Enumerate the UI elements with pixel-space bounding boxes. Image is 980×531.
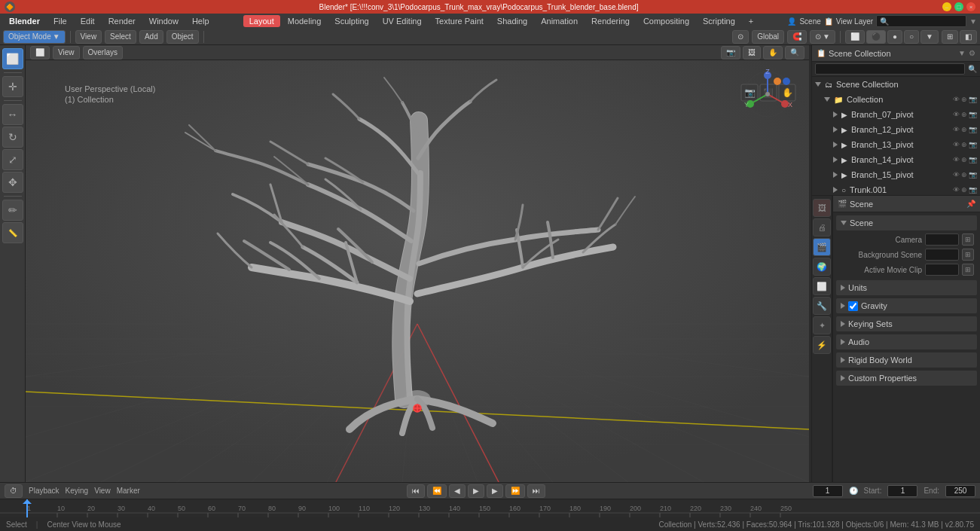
end-frame-input[interactable] xyxy=(945,485,975,497)
start-frame-input[interactable] xyxy=(887,485,917,497)
vis-cursor[interactable]: ⊕ xyxy=(961,171,967,179)
object-menu[interactable]: Object xyxy=(166,30,199,44)
outliner-branch12[interactable]: ▶ Branch_12_pivot 👁 ⊕ 📷 xyxy=(812,122,980,137)
jump-start-btn[interactable]: ⏮ xyxy=(407,484,425,498)
scene-props-icon[interactable]: 🎬 xyxy=(813,238,831,256)
scale-tool[interactable]: ⤢ xyxy=(2,149,23,170)
move-tool[interactable]: ↔ xyxy=(2,104,23,125)
transform-orientation[interactable]: Global xyxy=(752,30,784,44)
transform-tool[interactable]: ✥ xyxy=(2,172,23,193)
viewport-3d[interactable]: ⬜ View Overlays 📷 🖼 ✋ 🔍 xyxy=(26,45,809,482)
vis-render[interactable]: 📷 xyxy=(969,186,977,194)
maximize-button[interactable]: □ xyxy=(954,2,963,11)
outliner-search-input[interactable] xyxy=(815,63,965,75)
object-props-icon[interactable]: ⬜ xyxy=(813,277,831,295)
search-clear-icon[interactable]: 🔍 xyxy=(968,65,977,73)
search-box[interactable]: 🔍 xyxy=(876,15,966,27)
current-frame-input[interactable] xyxy=(813,485,843,497)
keying-menu[interactable]: Keying xyxy=(66,487,89,495)
add-menu[interactable]: Add xyxy=(139,30,163,44)
tab-rendering[interactable]: Rendering xyxy=(585,15,636,27)
camera-view-btn[interactable]: 📷 xyxy=(721,46,740,60)
timeline-mode-icon[interactable]: ⏱ xyxy=(5,484,23,498)
object-mode-dropdown[interactable]: Object Mode ▼ xyxy=(3,30,66,44)
play-btn[interactable]: ▶ xyxy=(468,484,484,498)
minimize-button[interactable]: – xyxy=(942,2,951,11)
overlay-toggle[interactable]: ⊞ xyxy=(942,30,958,44)
proportional-edit[interactable]: ⊙ ▼ xyxy=(810,30,835,44)
vis-eye[interactable]: 👁 xyxy=(953,141,960,148)
measure-tool[interactable]: 📏 xyxy=(2,222,23,243)
vis-eye[interactable]: 👁 xyxy=(953,171,960,179)
camera-link-btn[interactable]: ⊞ xyxy=(962,233,974,246)
tab-shading[interactable]: Shading xyxy=(491,15,533,27)
playback-menu[interactable]: Playback xyxy=(29,487,60,495)
outliner-options-icon[interactable]: ⚙ xyxy=(969,49,975,57)
outliner-branch07[interactable]: ▶ Branch_07_pivot 👁 ⊕ 📷 xyxy=(812,107,980,122)
vis-render[interactable]: 📷 xyxy=(969,156,977,163)
filter-icon[interactable]: ▼ xyxy=(969,17,977,26)
tab-uv-editing[interactable]: UV Editing xyxy=(377,15,428,27)
vis-eye[interactable]: 👁 xyxy=(953,156,960,163)
vis-cursor[interactable]: ⊕ xyxy=(961,156,967,163)
camera-value[interactable] xyxy=(925,233,959,246)
props-pin-icon[interactable]: 📌 xyxy=(966,200,975,208)
keying-header[interactable]: Keying Sets xyxy=(836,316,977,331)
menu-render[interactable]: Render xyxy=(102,15,142,27)
viewport-overlays-btn[interactable]: Overlays xyxy=(83,46,123,60)
menu-file[interactable]: File xyxy=(47,15,73,27)
outliner-branch15[interactable]: ▶ Branch_15_pivot 👁 ⊕ 📷 xyxy=(812,167,980,182)
gravity-header[interactable]: Gravity xyxy=(836,298,977,313)
select-menu[interactable]: Select xyxy=(105,30,136,44)
prev-keyframe-btn[interactable]: ◀ xyxy=(449,484,466,498)
bg-scene-link-btn[interactable]: ⊞ xyxy=(962,249,974,261)
scene-header[interactable]: Scene xyxy=(836,215,977,230)
transform-pivot[interactable]: ⊙ xyxy=(732,30,749,44)
vis-eye[interactable]: 👁 xyxy=(953,126,960,133)
menu-blender[interactable]: Blender xyxy=(3,15,46,27)
xray-toggle[interactable]: ◧ xyxy=(960,30,977,44)
gravity-checkbox[interactable] xyxy=(848,301,858,311)
next-keyframe-btn[interactable]: ▶ xyxy=(487,484,503,498)
outliner-branch13[interactable]: ▶ Branch_13_pivot 👁 ⊕ 📷 xyxy=(812,137,980,152)
viewport-mode-dropdown[interactable]: ⬜ xyxy=(30,46,50,60)
orientation-gizmo[interactable]: Z X Y xyxy=(741,68,794,121)
tab-scripting[interactable]: Scripting xyxy=(697,15,741,27)
rendered-preview[interactable]: ○ xyxy=(904,30,919,44)
render-view-btn[interactable]: 🖼 xyxy=(743,46,761,60)
vis-cursor[interactable]: ⊕ xyxy=(961,126,967,133)
tab-compositing[interactable]: Compositing xyxy=(637,15,695,27)
prev-frame-btn[interactable]: ⏪ xyxy=(427,484,447,498)
solid-toggle[interactable]: ⚫ xyxy=(866,30,886,44)
vis-render[interactable]: 📷 xyxy=(969,141,977,148)
audio-header[interactable]: Audio xyxy=(836,334,977,349)
select-box-tool[interactable]: ⬜ xyxy=(2,48,23,69)
outliner-collection[interactable]: 📁 Collection 👁 ⊕ 📷 xyxy=(812,92,980,107)
render-props-icon[interactable]: 🖼 xyxy=(813,199,831,217)
outliner-branch14[interactable]: ▶ Branch_14_pivot 👁 ⊕ 📷 xyxy=(812,152,980,167)
marker-menu[interactable]: Marker xyxy=(117,487,140,495)
jump-end-btn[interactable]: ⏭ xyxy=(527,484,545,498)
cursor-tool[interactable]: ✛ xyxy=(2,76,23,97)
tab-animation[interactable]: Animation xyxy=(535,15,584,27)
viewport-view-menu[interactable]: View xyxy=(53,46,80,60)
close-button[interactable]: × xyxy=(966,2,975,11)
tab-sculpting[interactable]: Sculpting xyxy=(328,15,374,27)
vis-cursor[interactable]: ⊕ xyxy=(961,141,967,148)
tab-modeling[interactable]: Modeling xyxy=(282,15,328,27)
menu-window[interactable]: Window xyxy=(143,15,185,27)
output-props-icon[interactable]: 🖨 xyxy=(813,218,831,237)
menu-edit[interactable]: Edit xyxy=(75,15,101,27)
physics-props-icon[interactable]: ⚡ xyxy=(813,336,831,354)
outliner-scene-collection[interactable]: 🗂 Scene Collection xyxy=(812,77,980,92)
shading-options[interactable]: ▼ xyxy=(920,30,939,44)
outliner-trunk[interactable]: ○ Trunk.001 👁 ⊕ 📷 xyxy=(812,182,980,195)
view-menu-timeline[interactable]: View xyxy=(94,487,111,495)
vis-render[interactable]: 📷 xyxy=(969,96,977,103)
movie-clip-link-btn[interactable]: ⊞ xyxy=(962,264,974,276)
vis-cursor[interactable]: ⊕ xyxy=(961,96,967,103)
blender-icon[interactable]: 🔶 xyxy=(5,2,15,12)
menu-help[interactable]: Help xyxy=(186,15,215,27)
custom-props-header[interactable]: Custom Properties xyxy=(836,371,977,386)
world-props-icon[interactable]: 🌍 xyxy=(813,258,831,276)
